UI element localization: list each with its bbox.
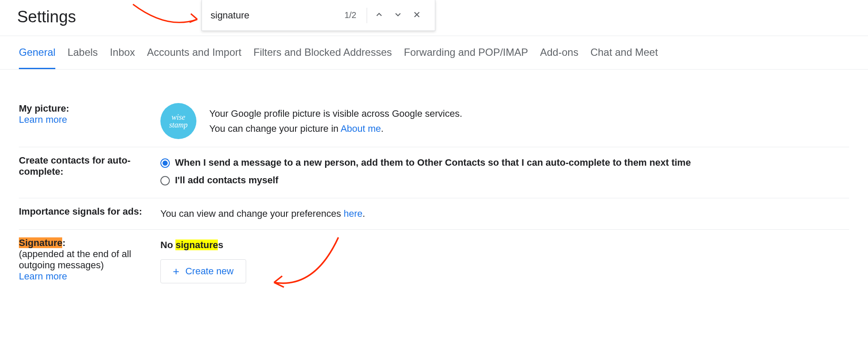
signature-label-hl: Signature bbox=[19, 237, 62, 248]
settings-content: My picture: Learn more wise stamp Your G… bbox=[0, 70, 868, 291]
setting-label-contacts: Create contacts for auto-complete: bbox=[19, 155, 160, 190]
setting-body-picture: wise stamp Your Google profile picture i… bbox=[160, 103, 849, 139]
setting-body-ads: You can view and change your preferences… bbox=[160, 206, 849, 221]
tab-general[interactable]: General bbox=[19, 37, 55, 69]
setting-body-signature: No signatures + Create new bbox=[160, 237, 849, 283]
signature-sub: (appended at the end of all outgoing mes… bbox=[19, 249, 131, 270]
no-signatures-text: No signatures bbox=[160, 237, 849, 252]
find-divider bbox=[367, 8, 367, 23]
find-close-button[interactable] bbox=[407, 6, 426, 25]
learn-more-link[interactable]: Learn more bbox=[19, 114, 67, 125]
find-input[interactable] bbox=[211, 10, 337, 21]
create-new-button[interactable]: + Create new bbox=[160, 259, 246, 283]
radio-unchecked-icon bbox=[160, 176, 170, 185]
setting-label-picture: My picture: Learn more bbox=[19, 103, 160, 139]
tab-labels[interactable]: Labels bbox=[67, 37, 98, 69]
find-count: 1/2 bbox=[337, 10, 364, 20]
setting-signature: Signature: (appended at the end of all o… bbox=[19, 230, 849, 291]
setting-my-picture: My picture: Learn more wise stamp Your G… bbox=[19, 95, 849, 147]
ads-suffix: . bbox=[362, 208, 365, 219]
ads-here-link[interactable]: here bbox=[344, 208, 362, 219]
create-new-label: Create new bbox=[185, 266, 234, 277]
picture-line1: Your Google profile picture is visible a… bbox=[209, 106, 462, 121]
signature-learn-more-link[interactable]: Learn more bbox=[19, 271, 67, 282]
tab-addons[interactable]: Add-ons bbox=[540, 37, 578, 69]
find-next-button[interactable] bbox=[389, 6, 407, 25]
setting-contacts: Create contacts for auto-complete: When … bbox=[19, 147, 849, 198]
tab-forwarding[interactable]: Forwarding and POP/IMAP bbox=[404, 37, 528, 69]
signature-colon: : bbox=[62, 237, 65, 248]
chevron-down-icon bbox=[393, 10, 403, 21]
label-text: My picture: bbox=[19, 103, 69, 114]
contacts-option1-label: When I send a message to a new person, a… bbox=[175, 155, 691, 170]
tabs: General Labels Inbox Accounts and Import… bbox=[0, 37, 868, 70]
avatar-text: wise stamp bbox=[169, 113, 187, 129]
contacts-option2-row[interactable]: I'll add contacts myself bbox=[160, 173, 849, 188]
about-me-link[interactable]: About me bbox=[341, 123, 381, 134]
setting-ads: Importance signals for ads: You can view… bbox=[19, 198, 849, 229]
contacts-option2-label: I'll add contacts myself bbox=[175, 173, 278, 188]
radio-checked-icon bbox=[160, 158, 170, 168]
picture-line2-prefix: You can change your picture in bbox=[209, 123, 341, 134]
tab-chat[interactable]: Chat and Meet bbox=[591, 37, 658, 69]
find-prev-button[interactable] bbox=[370, 6, 389, 25]
picture-line2-suffix: . bbox=[381, 123, 383, 134]
close-icon bbox=[412, 10, 422, 21]
no-sig-prefix: No bbox=[160, 240, 175, 250]
plus-icon: + bbox=[173, 266, 179, 277]
tab-filters[interactable]: Filters and Blocked Addresses bbox=[253, 37, 392, 69]
picture-line2: You can change your picture in About me. bbox=[209, 121, 462, 136]
find-bar: 1/2 bbox=[202, 0, 435, 31]
tab-inbox[interactable]: Inbox bbox=[110, 37, 135, 69]
avatar[interactable]: wise stamp bbox=[160, 103, 196, 139]
no-sig-hl: signature bbox=[175, 240, 218, 250]
tab-accounts[interactable]: Accounts and Import bbox=[147, 37, 241, 69]
contacts-option1-row[interactable]: When I send a message to a new person, a… bbox=[160, 155, 849, 170]
setting-label-signature: Signature: (appended at the end of all o… bbox=[19, 237, 160, 283]
picture-description: Your Google profile picture is visible a… bbox=[209, 106, 462, 136]
no-sig-suffix: s bbox=[218, 240, 223, 250]
ads-prefix: You can view and change your preferences bbox=[160, 208, 344, 219]
chevron-up-icon bbox=[374, 10, 384, 21]
setting-body-contacts: When I send a message to a new person, a… bbox=[160, 155, 849, 190]
setting-label-ads: Importance signals for ads: bbox=[19, 206, 160, 221]
